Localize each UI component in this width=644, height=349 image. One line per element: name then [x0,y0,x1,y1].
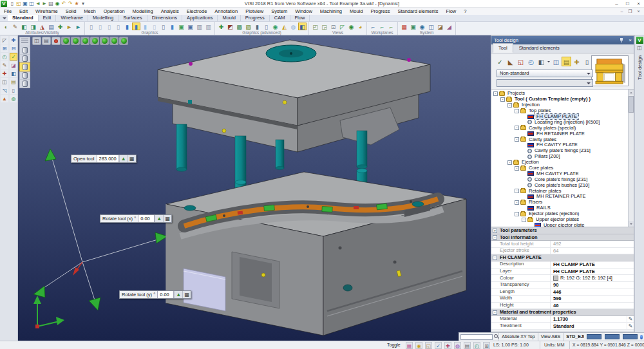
save-tool-icon[interactable]: ◫ [551,57,561,66]
menu-electrode[interactable]: Electrode [183,8,211,15]
ghost-mode-icon[interactable]: ▯ [150,23,158,30]
menu-analysis[interactable]: Analysis [157,8,183,15]
scroll-down-icon[interactable] [629,221,634,227]
menu-file[interactable]: File [0,8,15,15]
lock-value-icon[interactable]: ▲ [174,291,182,298]
eraser-icon[interactable]: ◢ [445,23,453,30]
ribbon-tab-applications[interactable]: Applications [182,15,218,21]
dynamic-sections-icon[interactable]: ✚ [217,23,225,30]
collapse-box-icon[interactable]: - [515,200,519,205]
viewport-print-icon[interactable]: ▤ [42,37,51,45]
menu-system[interactable]: System [267,8,291,15]
measure-tool-icon[interactable]: ◹ [1,86,8,94]
pin-icon[interactable] [620,38,623,42]
orbit-y-icon[interactable] [80,37,90,45]
select-icon[interactable]: ◸ [1,36,8,44]
folders-icon[interactable]: ◱ [425,342,432,349]
menu-modelling[interactable]: Modelling [129,8,157,15]
plane-icon[interactable]: ◧ [10,70,17,77]
undo-icon[interactable]: ↶ [61,0,67,7]
recycle-icon[interactable]: ◍ [10,95,17,102]
active-layer-status[interactable]: STD_EJEC [563,333,583,341]
show-entities-icon[interactable]: ◧ [20,23,28,30]
menu-window[interactable]: Window [291,8,316,15]
render-mode-icon[interactable]: ▣ [177,23,185,30]
template-dropdown[interactable]: Non-standard [497,70,593,77]
tab-standard-elements[interactable]: Standard elements [513,43,565,53]
favorites-icon[interactable]: ★ [73,0,80,7]
collapse-box-icon[interactable]: - [515,126,519,130]
ribbon-tab-wireframe[interactable]: Wireframe [56,15,88,21]
rotate-tool-y-value[interactable]: 0.00 [157,291,174,298]
tree-item-core-plate-s-bushes-z10[interactable]: Core plate's bushes [Z10] [493,182,627,188]
view-abs-status[interactable]: View ABS [538,333,564,341]
save-icon[interactable]: ▣ [22,0,28,7]
hidden-line-mode-icon[interactable]: ▯ [96,23,104,30]
window-settings-icon[interactable]: ◫ [427,23,435,30]
units-status[interactable]: Units: MM [540,341,565,349]
menu-mould[interactable]: Mould [346,8,366,15]
redo-icon[interactable]: ↷ [67,0,73,7]
dynamic-rotate-icon[interactable]: ◴ [1,53,8,61]
collapse-box-icon[interactable]: - [507,103,512,108]
colors-icon[interactable]: ▦ [400,23,408,30]
collapse-box-icon[interactable]: - [515,212,519,216]
ribbon-tab-modelling[interactable]: Modelling [88,15,118,21]
tree-scrollbar[interactable] [628,90,634,227]
collapse-box-icon[interactable]: - [515,166,519,171]
collapse-box-icon[interactable]: - [493,91,498,96]
zoom-selected-icon[interactable]: ⊡ [329,23,337,30]
section-cylinder-3-icon[interactable] [20,62,30,71]
tool-design-side-tab[interactable]: Tool design [637,55,643,80]
param-value[interactable]: 446 [551,289,634,295]
orbit-free-icon[interactable] [61,37,70,45]
param-value[interactable]: FH CLAMP PLATE [551,261,634,267]
profiles-icon[interactable]: ✓ [435,342,442,349]
keyboard-input-icon[interactable]: ▦ [182,291,191,298]
new-file-icon[interactable]: ▯ [9,0,15,7]
section-cylinder-5-icon[interactable] [20,79,30,88]
menu-operation[interactable]: Operation [100,8,129,15]
clipping-box-icon[interactable]: ▩ [235,23,243,30]
analysis-mode-icon[interactable]: ▥ [204,23,213,30]
lock-value-icon[interactable]: ▲ [155,215,163,222]
open-tool-value[interactable]: 283.000 [97,155,119,162]
view-info-icon[interactable]: ◉ [347,23,355,30]
tree-item-pillars-z00[interactable]: Pillars [Z00] [493,154,627,160]
menu-machining[interactable]: Machining [316,8,346,15]
close-button[interactable]: × [633,0,644,7]
collapse-box-icon[interactable]: - [493,235,497,240]
customize-icon[interactable]: ▾ [80,0,86,7]
capture-icon[interactable]: ◉ [54,0,61,7]
zoom-in-icon[interactable]: ⊞ [1,44,8,52]
param-value[interactable]: 64 [551,248,634,254]
scale-icon[interactable]: ▤ [464,342,471,349]
ribbon-tab-mould[interactable]: Mould [218,15,240,21]
param-section-material-and-treatment-properties[interactable]: -Material and treatment properties [491,309,634,316]
orbit-face-icon[interactable] [100,37,109,45]
scroll-up-icon[interactable] [629,90,634,95]
menu-wireframe[interactable]: Wireframe [32,8,62,15]
menu-solid[interactable]: Solid [62,8,80,15]
zebra-analysis-icon[interactable]: ▨ [244,23,252,30]
open-file-icon[interactable]: ◱ [15,0,22,7]
save-all-icon[interactable]: ◫ [28,0,35,7]
history-icon[interactable]: ◴ [473,342,480,349]
tree-item-injection[interactable]: -Injection [493,102,627,108]
collapse-box-icon[interactable]: - [493,310,497,315]
outline-mode-icon[interactable]: ▯ [159,23,167,30]
shaded-edges-mode-icon[interactable]: ▮ [132,23,140,30]
menu-annotation[interactable]: Annotation [211,8,242,15]
sketch-icon[interactable]: ✎ [1,61,8,69]
orbit-x-icon[interactable] [71,37,80,45]
keyboard-input-icon[interactable]: ▦ [128,155,136,162]
build-tool-icon[interactable]: ◣ [506,57,515,66]
zoom-tool-icon[interactable]: ◉ [415,342,422,349]
strip-menu-icon[interactable] [21,39,28,44]
menu-standard-elements[interactable]: Standard elements [393,8,442,15]
print-icon[interactable]: ▤ [48,0,54,7]
param-value[interactable]: 46 [551,303,634,308]
secondary-dropdown[interactable] [497,79,593,87]
navigation-cube-icon[interactable]: ◧ [298,23,307,30]
tree-item-locating-ring-injection-k500[interactable]: Locating ring (injection) [K500] [493,119,627,125]
